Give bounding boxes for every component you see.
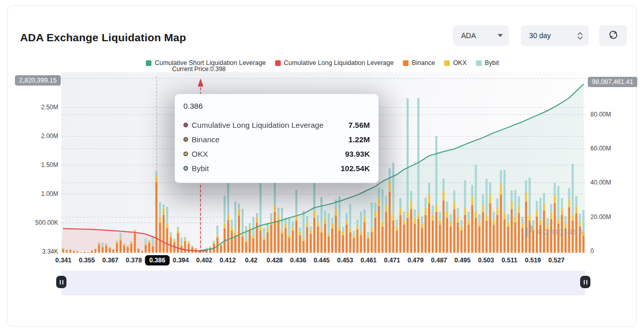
slider-right-handle[interactable] <box>580 276 590 288</box>
x-axis-tick: 0.487 <box>431 257 447 264</box>
x-axis-tick: 0.479 <box>408 257 423 264</box>
current-price-annotation: Current Price:0.398 <box>172 65 226 73</box>
right-axis-tick: 40.00M <box>590 179 611 186</box>
chevron-down-icon <box>498 34 503 37</box>
series-marker-icon <box>183 166 188 171</box>
coinglass-watermark: coinglass <box>524 225 584 238</box>
symbol-select-value: ADA <box>461 31 476 40</box>
left-axis-tick: 1.00M <box>12 190 58 197</box>
series-marker-icon <box>183 152 188 156</box>
tooltip-series-value: 93.93K <box>345 149 370 158</box>
right-axis-tick: 20.00M <box>590 213 611 221</box>
x-axis-tick: 0.394 <box>173 257 189 264</box>
series-marker-icon <box>183 123 188 127</box>
legend-item-okx[interactable]: OKX <box>444 59 466 66</box>
zoom-range-slider[interactable] <box>61 271 585 295</box>
legend-swatch-icon <box>476 60 482 66</box>
x-axis-tick: 0.527 <box>548 257 564 264</box>
legend-swatch-icon <box>146 60 151 66</box>
legend-swatch-icon <box>444 60 450 66</box>
x-axis-tick: 0.453 <box>337 257 353 264</box>
coinglass-logo-icon <box>524 225 534 238</box>
x-axis-tick: 0.471 <box>384 257 400 264</box>
tooltip-row-label: Cumulative Long Liquidation Leverage <box>183 121 324 129</box>
liquidation-map-card: ADA Exchange Liquidation Map ADA 30 day … <box>7 5 637 327</box>
series-marker-icon <box>183 137 188 142</box>
legend-label: Binance <box>412 59 435 66</box>
legend-swatch-icon <box>275 60 281 66</box>
x-axis-tick: 0.378 <box>126 257 142 264</box>
right-axis-tick: 60.00M <box>590 145 611 152</box>
tooltip-row-label: Bybit <box>183 164 209 173</box>
x-axis-tick: 0.503 <box>478 257 494 264</box>
tooltip-row: Cumulative Long Liquidation Leverage7.56… <box>183 118 370 132</box>
tooltip-series-name: OKX <box>192 149 208 158</box>
x-axis-tick: 0.428 <box>267 257 283 264</box>
legend-label: OKX <box>453 59 466 66</box>
x-axis-tick-highlighted: 0.386 <box>145 255 170 265</box>
right-axis-max-badge: 98,087,461.41 <box>588 77 637 87</box>
tooltip-row-label: Binance <box>183 135 219 144</box>
x-axis-tick: 0.367 <box>103 257 118 264</box>
page-title: ADA Exchange Liquidation Map <box>20 31 186 44</box>
period-select-value: 30 day <box>529 31 551 40</box>
x-axis-tick: 0.461 <box>361 257 377 264</box>
tooltip-row: Binance1.22M <box>183 132 370 146</box>
legend-label: Cumulative Long Liquidation Leverage <box>284 59 394 66</box>
tooltip-price: 0.386 <box>183 102 370 110</box>
left-axis-tick: 3.34K <box>12 248 58 255</box>
tooltip-series-name: Cumulative Long Liquidation Leverage <box>192 121 324 129</box>
x-axis-tick: 0.519 <box>525 257 541 264</box>
legend-swatch-icon <box>403 60 409 66</box>
left-axis-tick: 1.50M <box>12 161 58 169</box>
left-axis-tick: 2.50M <box>12 104 58 111</box>
tooltip-row: OKX93.93K <box>183 146 370 161</box>
left-axis-tick: 500.00K <box>12 219 58 226</box>
refresh-icon <box>608 29 619 42</box>
x-axis-tick: 0.341 <box>55 257 71 264</box>
period-select[interactable]: 30 day <box>521 25 589 46</box>
right-axis-tick: 80.00M <box>590 111 611 118</box>
tooltip-series-name: Binance <box>192 135 219 144</box>
tooltip-row-label: OKX <box>183 149 208 158</box>
tooltip-series-value: 102.54K <box>341 164 370 173</box>
slider-left-handle[interactable] <box>56 276 66 288</box>
right-axis-tick: 0 <box>590 247 594 255</box>
legend-item-binance[interactable]: Binance <box>403 59 435 66</box>
symbol-select[interactable]: ADA <box>453 25 509 46</box>
x-axis-tick: 0.412 <box>219 257 235 264</box>
x-axis-tick: 0.445 <box>314 257 330 264</box>
stepper-icon <box>578 32 583 40</box>
tooltip-series-value: 1.22M <box>348 135 370 144</box>
legend-label: Bybit <box>485 59 499 66</box>
refresh-button[interactable] <box>599 25 627 46</box>
x-axis-tick: 0.436 <box>290 257 306 264</box>
x-axis-tick: 0.511 <box>502 257 518 264</box>
x-axis-tick: 0.495 <box>454 257 470 264</box>
legend-item-bybit[interactable]: Bybit <box>476 59 499 66</box>
left-axis-max-badge: 2,820,399.15 <box>15 75 61 86</box>
chart-legend: Cumulative Short Liquidation LeverageCum… <box>8 59 637 66</box>
tooltip-series-value: 7.56M <box>348 121 370 129</box>
x-axis-tick: 0.355 <box>79 257 95 264</box>
tooltip-series-name: Bybit <box>192 164 209 173</box>
tooltip-row: Bybit102.54K <box>183 161 370 175</box>
x-axis-tick: 0.402 <box>196 257 212 264</box>
left-axis-tick: 2.00M <box>12 132 58 140</box>
chart-tooltip: 0.386 Cumulative Long Liquidation Levera… <box>175 94 379 183</box>
legend-item-cumulative-long-liquidation-leverage[interactable]: Cumulative Long Liquidation Leverage <box>275 59 394 66</box>
x-axis-tick: 0.42 <box>245 257 257 264</box>
